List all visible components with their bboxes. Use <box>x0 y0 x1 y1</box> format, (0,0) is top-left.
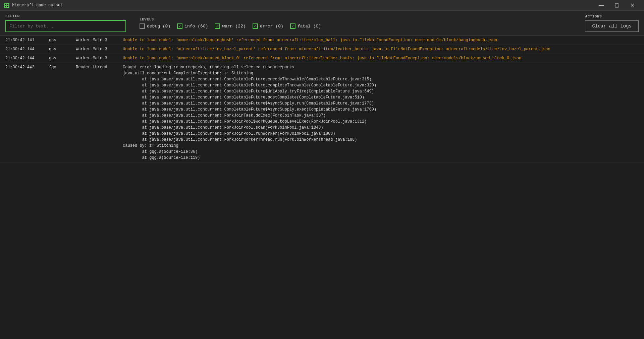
log-source: gss <box>49 37 76 43</box>
title-bar-text: Minecraft game output <box>12 3 594 8</box>
table-row: 21:30:42.144gssWorker-Main-3Unable to lo… <box>0 54 644 63</box>
title-bar: Minecraft game output — ⎕ ✕ <box>0 0 644 11</box>
warn-checkbox[interactable] <box>215 23 220 29</box>
title-bar-controls: — ⎕ ✕ <box>594 0 640 11</box>
close-button[interactable]: ✕ <box>625 0 640 11</box>
filter-label: FILTER <box>5 14 126 18</box>
app-icon <box>4 3 9 8</box>
maximize-button[interactable]: ⎕ <box>609 0 625 11</box>
level-debug[interactable]: debug (0) <box>140 23 170 29</box>
fatal-checkbox[interactable] <box>290 23 296 29</box>
log-area[interactable]: 21:30:42.141gssWorker-Main-3Unable to lo… <box>0 36 644 339</box>
log-thread: Worker-Main-3 <box>76 46 123 52</box>
log-thread: Render thread <box>76 64 123 70</box>
minimize-button[interactable]: — <box>594 0 609 11</box>
log-time: 21:30:42.141 <box>5 37 49 43</box>
level-warn[interactable]: warn (22) <box>215 23 246 29</box>
info-label: info (60) <box>184 24 208 29</box>
level-fatal[interactable]: fatal (0) <box>290 23 321 29</box>
levels-items: debug (0) info (60) warn (22) error (0) … <box>140 23 321 29</box>
log-time: 21:30:42.442 <box>5 64 49 70</box>
debug-label: debug (0) <box>147 24 170 29</box>
filter-input[interactable] <box>5 20 126 32</box>
levels-section: LEVELS debug (0) info (60) warn (22) err… <box>140 17 321 29</box>
log-message: Caught error loading resourcepacks, remo… <box>123 64 639 161</box>
warn-label: warn (22) <box>222 24 246 29</box>
fatal-label: fatal (0) <box>298 24 321 29</box>
log-time: 21:30:42.144 <box>5 55 49 61</box>
table-row: 21:30:42.141gssWorker-Main-3Unable to lo… <box>0 36 644 45</box>
log-message: Unable to load model: 'mcme:block/hangin… <box>123 37 639 43</box>
toolbar: FILTER LEVELS debug (0) info (60) warn (… <box>0 11 644 36</box>
actions-section: ACTIONS Clear all logs <box>585 14 639 32</box>
log-message: Unable to load model: 'minecraft:item/in… <box>123 46 639 52</box>
table-row: 21:30:42.144gssWorker-Main-3Unable to lo… <box>0 45 644 54</box>
log-thread: Worker-Main-3 <box>76 37 123 43</box>
debug-checkbox[interactable] <box>140 23 145 29</box>
log-thread: Worker-Main-3 <box>76 55 123 61</box>
log-source: gss <box>49 55 76 61</box>
clear-all-logs-button[interactable]: Clear all logs <box>585 20 639 32</box>
log-source: fgo <box>49 64 76 70</box>
filter-section: FILTER <box>5 14 126 32</box>
actions-label: ACTIONS <box>585 14 639 18</box>
svg-rect-5 <box>6 5 7 6</box>
error-checkbox[interactable] <box>253 23 258 29</box>
info-checkbox[interactable] <box>177 23 182 29</box>
table-row: 21:30:42.442fgoRender threadCaught error… <box>0 63 644 162</box>
level-error[interactable]: error (0) <box>253 23 283 29</box>
levels-label: LEVELS <box>140 17 321 21</box>
error-label: error (0) <box>260 24 283 29</box>
level-info[interactable]: info (60) <box>177 23 208 29</box>
log-time: 21:30:42.144 <box>5 46 49 52</box>
log-message: Unable to load model: 'mcme:block/unused… <box>123 55 639 61</box>
log-source: gss <box>49 46 76 52</box>
